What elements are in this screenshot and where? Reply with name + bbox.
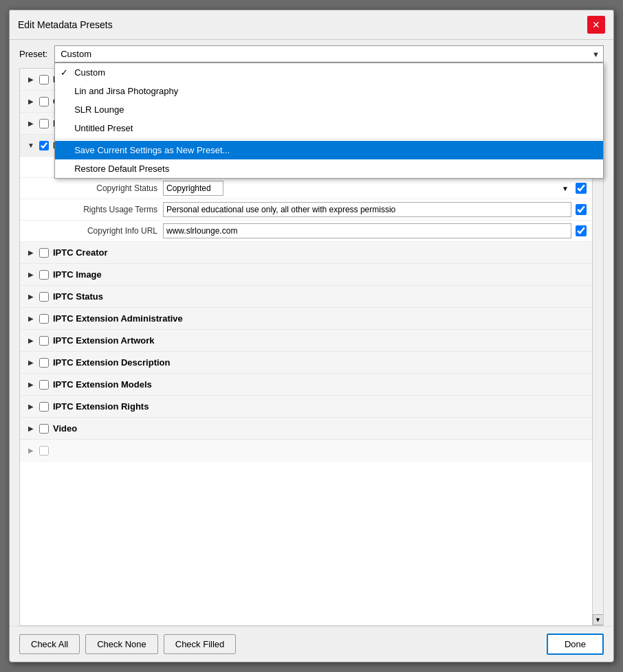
expand-arrow-camera[interactable]: ▶: [25, 96, 36, 107]
field-row-copyright-status: Copyright Status Copyrighted Public Doma…: [20, 178, 592, 199]
scroll-down-button[interactable]: ▼: [593, 614, 604, 625]
section-row-video: ▶ Video: [20, 418, 592, 440]
field-label-copyright-status: Copyright Status: [47, 183, 157, 193]
section-title-iptc-ext-models: IPTC Extension Models: [53, 379, 152, 390]
section-checkbox-iptc-ext-models[interactable]: [39, 380, 49, 390]
section-title-iptc-ext-admin: IPTC Extension Administrative: [53, 313, 183, 324]
title-bar: Edit Metadata Presets ✕: [10, 10, 613, 40]
field-checkbox-copyright-url[interactable]: [576, 225, 587, 236]
check-filled-button[interactable]: Check Filled: [164, 634, 237, 654]
preset-dropdown-container: Custom Lin and Jirsa Photography SLR Lou…: [54, 45, 604, 63]
footer: Check All Check None Check Filled Done: [10, 626, 613, 662]
section-checkbox-iptc-creator[interactable]: [39, 248, 49, 258]
expand-arrow-video[interactable]: ▶: [25, 423, 36, 434]
preset-label: Preset:: [19, 49, 47, 59]
section-title-iptc-ext-rights: IPTC Extension Rights: [53, 401, 149, 412]
expand-arrow-iptc-creator[interactable]: ▶: [25, 247, 36, 258]
done-button[interactable]: Done: [547, 634, 604, 655]
section-checkbox-partial[interactable]: [39, 446, 49, 456]
expand-arrow-iptc-image[interactable]: ▶: [25, 269, 36, 280]
section-row-iptc-status: ▶ IPTC Status: [20, 286, 592, 308]
section-checkbox-iptc-copyright[interactable]: [39, 141, 49, 150]
field-input-copyright-url[interactable]: [163, 223, 571, 238]
expand-arrow-iptc-ext-rights[interactable]: ▶: [25, 401, 36, 412]
dropdown-item-lin-jirsa[interactable]: Lin and Jirsa Photography: [55, 82, 603, 100]
field-input-rights-usage[interactable]: [163, 202, 571, 217]
section-title-iptc-ext-desc: IPTC Extension Description: [53, 357, 170, 368]
section-title-iptc-ext-artwork: IPTC Extension Artwork: [53, 335, 155, 346]
dropdown-item-restore[interactable]: Restore Default Presets: [55, 159, 603, 178]
section-row-iptc-image: ▶ IPTC Image: [20, 264, 592, 286]
dropdown-item-save[interactable]: Save Current Settings as New Preset...: [55, 141, 603, 159]
section-row-iptc-ext-rights: ▶ IPTC Extension Rights: [20, 396, 592, 418]
dropdown-divider: [55, 139, 603, 139]
field-row-copyright-url: Copyright Info URL: [20, 221, 592, 242]
expand-arrow-iptc-content[interactable]: ▶: [25, 118, 36, 129]
expand-arrow-iptc-ext-desc[interactable]: ▶: [25, 357, 36, 368]
section-checkbox-iptc-ext-rights[interactable]: [39, 402, 49, 412]
dropdown-item-custom[interactable]: Custom: [55, 63, 603, 82]
field-checkbox-rights-usage[interactable]: [576, 204, 587, 215]
section-checkbox-video[interactable]: [39, 424, 49, 434]
expand-arrow-iptc-status[interactable]: ▶: [25, 291, 36, 302]
expand-arrow-partial[interactable]: ▶: [25, 445, 36, 456]
expand-arrow-iptc-ext-admin[interactable]: ▶: [25, 313, 36, 324]
edit-metadata-presets-dialog: Edit Metadata Presets ✕ Preset: Custom L…: [9, 10, 614, 662]
dropdown-menu: Custom Lin and Jirsa Photography SLR Lou…: [54, 63, 604, 179]
section-checkbox-iptc-image[interactable]: [39, 270, 49, 280]
field-checkbox-copyright-status[interactable]: [576, 183, 587, 194]
section-row-iptc-creator: ▶ IPTC Creator: [20, 242, 592, 264]
section-title-iptc-status: IPTC Status: [53, 291, 103, 302]
expand-arrow-iptc-copyright[interactable]: ▼: [25, 140, 36, 151]
field-row-rights-usage: Rights Usage Terms: [20, 199, 592, 221]
section-checkbox-camera[interactable]: [39, 97, 49, 107]
check-all-button[interactable]: Check All: [19, 634, 80, 654]
section-row-iptc-ext-artwork: ▶ IPTC Extension Artwork: [20, 330, 592, 352]
expand-arrow-iptc-ext-models[interactable]: ▶: [25, 379, 36, 390]
section-checkbox-iptc-ext-desc[interactable]: [39, 358, 49, 368]
expand-arrow-basic[interactable]: ▶: [25, 74, 36, 85]
section-checkbox-iptc-content[interactable]: [39, 119, 49, 128]
field-label-copyright-url: Copyright Info URL: [47, 226, 157, 236]
preset-row: Preset: Custom Lin and Jirsa Photography…: [10, 40, 613, 68]
field-select-wrapper-copyright-status: Copyrighted Public Domain Unknown ▼: [163, 181, 571, 196]
section-title-iptc-creator: IPTC Creator: [53, 247, 107, 258]
section-checkbox-iptc-ext-admin[interactable]: [39, 314, 49, 324]
section-title-video: Video: [53, 423, 77, 434]
dropdown-item-slr-lounge[interactable]: SLR Lounge: [55, 100, 603, 119]
field-label-rights-usage: Rights Usage Terms: [47, 205, 157, 214]
check-none-button[interactable]: Check None: [85, 634, 158, 654]
section-row-iptc-ext-desc: ▶ IPTC Extension Description: [20, 352, 592, 374]
section-row-iptc-ext-admin: ▶ IPTC Extension Administrative: [20, 308, 592, 330]
dialog-title: Edit Metadata Presets: [18, 19, 113, 30]
section-title-iptc-image: IPTC Image: [53, 269, 102, 280]
dropdown-item-untitled[interactable]: Untitled Preset: [55, 119, 603, 137]
section-checkbox-basic[interactable]: [39, 75, 49, 85]
expand-arrow-iptc-ext-artwork[interactable]: ▶: [25, 335, 36, 346]
field-select-copyright-status[interactable]: Copyrighted Public Domain Unknown: [163, 181, 223, 196]
preset-select[interactable]: Custom Lin and Jirsa Photography SLR Lou…: [54, 45, 604, 63]
section-checkbox-iptc-ext-artwork[interactable]: [39, 336, 49, 346]
section-checkbox-iptc-status[interactable]: [39, 292, 49, 302]
section-row-partial: ▶: [20, 440, 592, 462]
section-row-iptc-ext-models: ▶ IPTC Extension Models: [20, 374, 592, 396]
close-button[interactable]: ✕: [587, 16, 605, 34]
field-select-arrow-copyright-status: ▼: [562, 185, 569, 192]
